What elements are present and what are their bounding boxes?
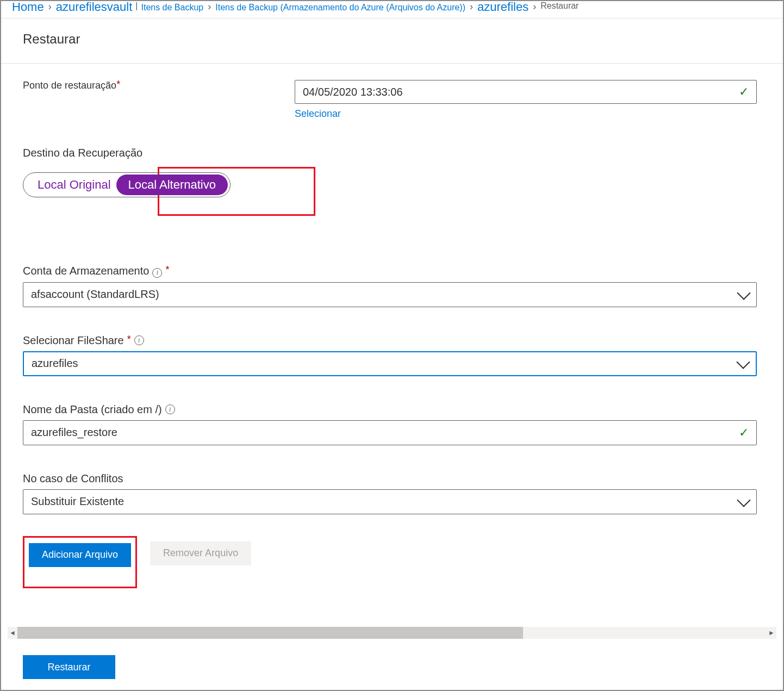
restore-point-label-text: Ponto de restauração — [23, 80, 116, 91]
folder-name-group: Nome da Pasta (criado em /) i azurefiles… — [23, 403, 757, 445]
chevron-right-icon: › — [48, 1, 52, 13]
breadcrumb: Home › azurefilesvault | Itens de Backup… — [1, 1, 783, 18]
chevron-right-icon: › — [208, 1, 211, 13]
storage-account-group: Conta de Armazenamento i * afsaccount (S… — [23, 265, 757, 307]
alternate-location-toggle[interactable]: Local Alternativo — [116, 175, 228, 195]
page-title: Restaurar — [1, 18, 783, 64]
horizontal-scrollbar[interactable]: ◄ ► — [8, 627, 776, 639]
conflicts-label: No caso de Conflitos — [23, 472, 123, 485]
breadcrumb-fileshare[interactable]: azurefiles — [477, 1, 528, 13]
breadcrumb-home[interactable]: Home — [12, 1, 44, 13]
restore-button[interactable]: Restaurar — [23, 655, 115, 679]
recovery-destination-toggle: Local Original Local Alternativo — [23, 172, 231, 197]
scrollbar-thumb[interactable] — [17, 627, 523, 639]
red-highlight-add-file: Adicionar Arquivo — [23, 536, 137, 588]
storage-account-value: afsaccount (StandardLRS) — [31, 288, 159, 301]
content-area: Ponto de restauração* 04/05/2020 13:33:0… — [1, 64, 779, 594]
restore-point-label: Ponto de restauração* — [23, 80, 295, 91]
fileshare-value: azurefiles — [32, 357, 78, 370]
breadcrumb-vault[interactable]: azurefilesvault — [56, 1, 133, 13]
scroll-left-icon[interactable]: ◄ — [8, 629, 17, 637]
info-icon[interactable]: i — [165, 404, 175, 414]
restore-point-field[interactable]: 04/05/2020 13:33:06 ✓ — [295, 80, 757, 104]
breadcrumb-backup-items-long[interactable]: Itens de Backup (Armazenamento do Azure … — [215, 2, 465, 13]
info-icon[interactable]: i — [134, 335, 144, 345]
fileshare-select[interactable]: azurefiles — [23, 351, 757, 376]
folder-name-value: azurefiles_restore — [31, 426, 117, 439]
footer-bar: Restaurar — [1, 644, 783, 690]
folder-name-input[interactable]: azurefiles_restore ✓ — [23, 420, 757, 445]
remove-file-button: Remover Arquivo — [150, 541, 251, 565]
required-marker: * — [127, 334, 131, 345]
storage-account-label: Conta de Armazenamento — [23, 265, 149, 277]
select-restore-point-link[interactable]: Selecionar — [295, 108, 341, 120]
scroll-right-icon[interactable]: ► — [767, 629, 776, 637]
breadcrumb-backup-items[interactable]: Itens de Backup — [141, 2, 203, 13]
chevron-down-icon — [737, 286, 750, 300]
restore-point-value: 04/05/2020 13:33:06 — [303, 86, 403, 98]
original-location-toggle[interactable]: Local Original — [26, 175, 123, 195]
folder-name-label: Nome da Pasta (criado em /) — [23, 403, 162, 416]
chevron-right-icon: › — [533, 1, 536, 13]
add-file-button[interactable]: Adicionar Arquivo — [29, 543, 131, 567]
fileshare-label: Selecionar FileShare — [23, 334, 124, 347]
fileshare-group: Selecionar FileShare* i azurefiles — [23, 334, 757, 376]
check-icon: ✓ — [739, 85, 749, 99]
file-buttons-row: Adicionar Arquivo Remover Arquivo — [23, 536, 757, 588]
highlight-box: Local Alternativo — [116, 175, 228, 195]
conflicts-select[interactable]: Substituir Existente — [23, 489, 757, 514]
conflicts-group: No caso de Conflitos Substituir Existent… — [23, 472, 757, 514]
chevron-down-icon — [737, 493, 750, 507]
info-icon[interactable]: i — [152, 268, 162, 278]
app-frame: Home › azurefilesvault | Itens de Backup… — [0, 0, 784, 691]
restore-point-row: Ponto de restauração* 04/05/2020 13:33:0… — [23, 80, 757, 120]
required-marker: * — [165, 264, 169, 276]
check-icon: ✓ — [739, 426, 749, 440]
chevron-down-icon — [736, 355, 750, 369]
chevron-right-icon: › — [470, 1, 473, 13]
breadcrumb-current: Restaurar — [540, 1, 578, 11]
conflicts-value: Substituir Existente — [31, 495, 124, 508]
storage-account-select[interactable]: afsaccount (StandardLRS) — [23, 282, 757, 307]
recovery-destination-label: Destino da Recuperação — [23, 147, 757, 159]
